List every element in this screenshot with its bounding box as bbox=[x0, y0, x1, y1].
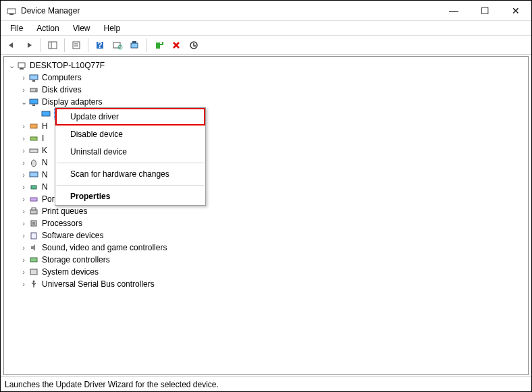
mouse-icon bbox=[28, 157, 39, 168]
tree-item-display-adapters[interactable]: ⌄ Display adapters bbox=[4, 96, 528, 108]
tree-item-sound[interactable]: › Sound, video and game controllers bbox=[4, 242, 528, 254]
svg-rect-34 bbox=[32, 208, 36, 210]
tree-item-label: N bbox=[42, 170, 48, 179]
update-driver-button[interactable] bbox=[127, 37, 143, 53]
tree-item-label: Sound, video and game controllers bbox=[42, 243, 167, 252]
context-uninstall-device[interactable]: Uninstall device bbox=[55, 143, 205, 161]
svg-rect-24 bbox=[32, 105, 35, 106]
expander-spacer bbox=[31, 110, 41, 118]
tree-item-processors[interactable]: › Processors bbox=[4, 217, 528, 229]
printer-icon bbox=[28, 206, 39, 217]
tree-item-label: K bbox=[42, 146, 47, 155]
tree-item-usb-controllers[interactable]: › Universal Serial Bus controllers bbox=[4, 278, 528, 290]
menu-help[interactable]: Help bbox=[99, 22, 126, 34]
software-icon bbox=[28, 230, 39, 241]
menu-view[interactable]: View bbox=[68, 22, 96, 34]
svg-rect-1 bbox=[9, 13, 14, 15]
properties-button[interactable] bbox=[68, 37, 84, 53]
context-separator bbox=[57, 163, 204, 163]
window-title: Device Manager bbox=[21, 6, 438, 16]
expander-icon[interactable]: › bbox=[19, 195, 28, 203]
expander-icon[interactable]: › bbox=[19, 219, 28, 227]
disable-device-button[interactable] bbox=[186, 37, 202, 53]
show-hide-tree-button[interactable] bbox=[45, 37, 61, 53]
menu-file[interactable]: File bbox=[5, 22, 28, 34]
tree-item-label: Display adapters bbox=[42, 97, 102, 107]
expander-icon[interactable]: › bbox=[19, 207, 28, 215]
expander-icon[interactable]: › bbox=[19, 268, 28, 276]
tree-item-label: N bbox=[42, 182, 48, 192]
tree-item-label: Processors bbox=[42, 219, 82, 228]
uninstall-button[interactable] bbox=[168, 37, 184, 53]
expander-icon[interactable]: › bbox=[19, 74, 28, 82]
keyboard-icon bbox=[28, 145, 39, 156]
tree-item-label: System devices bbox=[42, 267, 99, 277]
expander-icon[interactable]: › bbox=[19, 280, 28, 288]
tree-item-system-devices[interactable]: › System devices bbox=[4, 266, 528, 278]
context-scan-hardware[interactable]: Scan for hardware changes bbox=[55, 165, 205, 183]
tree-item-label: Computers bbox=[42, 73, 82, 82]
expander-icon[interactable]: › bbox=[19, 122, 28, 130]
svg-text:?: ? bbox=[97, 40, 102, 50]
device-tree[interactable]: ⌄ DESKTOP-L10Q77F › Computers › Disk dri… bbox=[3, 56, 529, 375]
tree-item-storage-controllers[interactable]: › Storage controllers bbox=[4, 254, 528, 266]
tree-item-label: Software devices bbox=[42, 231, 103, 240]
port-icon bbox=[28, 194, 39, 204]
expander-icon[interactable]: › bbox=[19, 256, 28, 264]
svg-rect-13 bbox=[156, 43, 160, 49]
expander-icon[interactable]: › bbox=[19, 159, 28, 167]
context-update-driver[interactable]: Update driver bbox=[55, 108, 205, 125]
close-button[interactable]: ✕ bbox=[500, 1, 531, 21]
svg-rect-32 bbox=[30, 198, 37, 201]
speaker-icon bbox=[28, 242, 39, 253]
svg-rect-12 bbox=[132, 41, 136, 43]
back-button[interactable] bbox=[3, 37, 20, 53]
display-adapter-icon bbox=[41, 109, 51, 119]
expander-icon[interactable]: ⌄ bbox=[19, 98, 28, 107]
scan-hardware-button[interactable] bbox=[109, 37, 126, 53]
monitor-icon bbox=[28, 72, 39, 83]
tree-item-label: Print queues bbox=[42, 206, 87, 216]
svg-rect-37 bbox=[31, 233, 36, 239]
context-properties[interactable]: Properties bbox=[55, 188, 205, 205]
tree-root-label: DESKTOP-L10Q77F bbox=[30, 61, 105, 70]
minimize-button[interactable]: — bbox=[438, 1, 469, 21]
menu-action[interactable]: Action bbox=[31, 22, 64, 34]
svg-rect-39 bbox=[30, 269, 37, 275]
expander-icon[interactable]: › bbox=[19, 183, 28, 191]
svg-rect-33 bbox=[30, 210, 37, 214]
statusbar-text: Launches the Update Driver Wizard for th… bbox=[5, 380, 219, 389]
expander-icon[interactable]: › bbox=[19, 171, 28, 179]
network-icon bbox=[28, 181, 39, 192]
tree-item-print-queues[interactable]: › Print queues bbox=[4, 205, 528, 217]
tree-root[interactable]: ⌄ DESKTOP-L10Q77F bbox=[4, 59, 528, 72]
toolbar: ? bbox=[1, 36, 531, 55]
help-button[interactable]: ? bbox=[92, 37, 108, 53]
maximize-button[interactable]: ☐ bbox=[469, 1, 500, 21]
enable-device-button[interactable] bbox=[151, 37, 167, 53]
svg-point-29 bbox=[32, 160, 36, 167]
svg-rect-2 bbox=[49, 42, 57, 49]
disk-icon bbox=[28, 84, 39, 95]
expander-icon[interactable]: › bbox=[19, 244, 28, 252]
svg-rect-17 bbox=[18, 63, 25, 67]
svg-rect-26 bbox=[30, 124, 37, 128]
tree-item-label: N bbox=[42, 158, 48, 167]
svg-rect-23 bbox=[30, 99, 38, 104]
expander-icon[interactable]: ⌄ bbox=[7, 61, 16, 70]
tree-item-software-devices[interactable]: › Software devices bbox=[4, 229, 528, 242]
usb-icon bbox=[28, 279, 39, 289]
tree-item-disk-drives[interactable]: › Disk drives bbox=[4, 84, 528, 96]
expander-icon[interactable]: › bbox=[19, 134, 28, 142]
context-disable-device[interactable]: Disable device bbox=[55, 125, 205, 143]
tree-item-label: Universal Serial Bus controllers bbox=[42, 279, 155, 289]
expander-icon[interactable]: › bbox=[19, 146, 28, 155]
expander-icon[interactable]: › bbox=[19, 231, 28, 240]
computer-icon bbox=[16, 60, 27, 71]
forward-button[interactable] bbox=[21, 37, 37, 53]
svg-rect-31 bbox=[31, 186, 36, 189]
device-manager-icon bbox=[6, 5, 17, 16]
tree-item-computers[interactable]: › Computers bbox=[4, 72, 528, 84]
expander-icon[interactable]: › bbox=[19, 86, 28, 94]
svg-rect-36 bbox=[32, 222, 35, 225]
